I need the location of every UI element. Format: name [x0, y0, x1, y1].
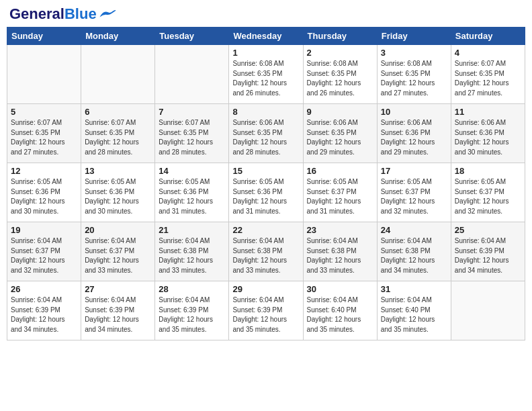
- day-number: 3: [381, 48, 447, 58]
- day-info: Sunrise: 6:07 AM Sunset: 6:35 PM Dayligh…: [455, 59, 521, 98]
- calendar-cell: 12Sunrise: 6:05 AM Sunset: 6:36 PM Dayli…: [7, 163, 81, 222]
- calendar-cell: 19Sunrise: 6:04 AM Sunset: 6:37 PM Dayli…: [7, 222, 81, 281]
- calendar-cell: 21Sunrise: 6:04 AM Sunset: 6:38 PM Dayli…: [155, 222, 229, 281]
- calendar-week-row: 19Sunrise: 6:04 AM Sunset: 6:37 PM Dayli…: [7, 222, 525, 281]
- day-info: Sunrise: 6:04 AM Sunset: 6:39 PM Dayligh…: [85, 295, 151, 334]
- calendar-cell: 17Sunrise: 6:05 AM Sunset: 6:37 PM Dayli…: [377, 163, 451, 222]
- day-number: 2: [307, 48, 373, 58]
- day-number: 17: [381, 166, 447, 176]
- calendar-cell: 13Sunrise: 6:05 AM Sunset: 6:36 PM Dayli…: [81, 163, 155, 222]
- day-info: Sunrise: 6:05 AM Sunset: 6:36 PM Dayligh…: [159, 177, 225, 216]
- day-info: Sunrise: 6:07 AM Sunset: 6:35 PM Dayligh…: [159, 118, 225, 157]
- day-number: 13: [85, 166, 151, 176]
- page-header: GeneralBlue: [7, 7, 525, 21]
- day-info: Sunrise: 6:04 AM Sunset: 6:37 PM Dayligh…: [85, 236, 151, 275]
- calendar-cell: 14Sunrise: 6:05 AM Sunset: 6:36 PM Dayli…: [155, 163, 229, 222]
- calendar-cell: 3Sunrise: 6:08 AM Sunset: 6:35 PM Daylig…: [377, 45, 451, 104]
- day-info: Sunrise: 6:04 AM Sunset: 6:38 PM Dayligh…: [232, 236, 299, 275]
- calendar-cell: 27Sunrise: 6:04 AM Sunset: 6:39 PM Dayli…: [81, 281, 155, 340]
- calendar-cell: 15Sunrise: 6:05 AM Sunset: 6:36 PM Dayli…: [229, 163, 303, 222]
- day-number: 18: [455, 166, 521, 176]
- day-number: 7: [159, 107, 225, 117]
- calendar-cell: 11Sunrise: 6:06 AM Sunset: 6:36 PM Dayli…: [451, 104, 525, 163]
- calendar-cell: 7Sunrise: 6:07 AM Sunset: 6:35 PM Daylig…: [155, 104, 229, 163]
- day-number: 24: [381, 225, 447, 235]
- day-number: 15: [232, 166, 299, 176]
- calendar-week-row: 12Sunrise: 6:05 AM Sunset: 6:36 PM Dayli…: [7, 163, 525, 222]
- calendar-cell: [7, 45, 81, 104]
- weekday-header-cell: Saturday: [451, 28, 525, 45]
- day-info: Sunrise: 6:04 AM Sunset: 6:38 PM Dayligh…: [307, 236, 373, 275]
- calendar-cell: 26Sunrise: 6:04 AM Sunset: 6:39 PM Dayli…: [7, 281, 81, 340]
- weekday-header-cell: Tuesday: [155, 28, 229, 45]
- day-info: Sunrise: 6:04 AM Sunset: 6:39 PM Dayligh…: [11, 295, 77, 334]
- day-info: Sunrise: 6:05 AM Sunset: 6:37 PM Dayligh…: [381, 177, 447, 216]
- day-info: Sunrise: 6:04 AM Sunset: 6:38 PM Dayligh…: [159, 236, 225, 275]
- day-number: 11: [455, 107, 521, 117]
- day-info: Sunrise: 6:08 AM Sunset: 6:35 PM Dayligh…: [381, 59, 447, 98]
- calendar-cell: [81, 45, 155, 104]
- calendar-cell: 1Sunrise: 6:08 AM Sunset: 6:35 PM Daylig…: [229, 45, 303, 104]
- day-info: Sunrise: 6:04 AM Sunset: 6:40 PM Dayligh…: [307, 295, 373, 334]
- calendar-cell: 2Sunrise: 6:08 AM Sunset: 6:35 PM Daylig…: [303, 45, 377, 104]
- calendar-cell: 8Sunrise: 6:06 AM Sunset: 6:35 PM Daylig…: [229, 104, 303, 163]
- day-number: 30: [307, 284, 373, 294]
- day-number: 8: [232, 107, 299, 117]
- day-number: 9: [307, 107, 373, 117]
- day-info: Sunrise: 6:07 AM Sunset: 6:35 PM Dayligh…: [11, 118, 77, 157]
- calendar-body: 1Sunrise: 6:08 AM Sunset: 6:35 PM Daylig…: [7, 45, 525, 340]
- day-number: 5: [11, 107, 77, 117]
- calendar-cell: 16Sunrise: 6:05 AM Sunset: 6:37 PM Dayli…: [303, 163, 377, 222]
- day-number: 21: [159, 225, 225, 235]
- weekday-header-row: SundayMondayTuesdayWednesdayThursdayFrid…: [7, 28, 525, 45]
- day-number: 19: [11, 225, 77, 235]
- calendar-cell: 18Sunrise: 6:05 AM Sunset: 6:37 PM Dayli…: [451, 163, 525, 222]
- day-number: 25: [455, 225, 521, 235]
- logo: GeneralBlue: [9, 7, 117, 21]
- day-number: 1: [232, 48, 299, 58]
- calendar-cell: [451, 281, 525, 340]
- calendar-cell: 24Sunrise: 6:04 AM Sunset: 6:38 PM Dayli…: [377, 222, 451, 281]
- day-info: Sunrise: 6:08 AM Sunset: 6:35 PM Dayligh…: [307, 59, 373, 98]
- logo-text: GeneralBlue: [9, 7, 97, 21]
- weekday-header-cell: Wednesday: [229, 28, 303, 45]
- day-info: Sunrise: 6:04 AM Sunset: 6:39 PM Dayligh…: [455, 236, 521, 275]
- calendar-cell: [155, 45, 229, 104]
- day-number: 23: [307, 225, 373, 235]
- calendar-cell: 30Sunrise: 6:04 AM Sunset: 6:40 PM Dayli…: [303, 281, 377, 340]
- calendar-cell: 4Sunrise: 6:07 AM Sunset: 6:35 PM Daylig…: [451, 45, 525, 104]
- day-info: Sunrise: 6:04 AM Sunset: 6:39 PM Dayligh…: [232, 295, 299, 334]
- calendar-cell: 29Sunrise: 6:04 AM Sunset: 6:39 PM Dayli…: [229, 281, 303, 340]
- day-info: Sunrise: 6:08 AM Sunset: 6:35 PM Dayligh…: [232, 59, 299, 98]
- calendar-week-row: 5Sunrise: 6:07 AM Sunset: 6:35 PM Daylig…: [7, 104, 525, 163]
- day-number: 6: [85, 107, 151, 117]
- day-info: Sunrise: 6:04 AM Sunset: 6:37 PM Dayligh…: [11, 236, 77, 275]
- calendar-cell: 9Sunrise: 6:06 AM Sunset: 6:35 PM Daylig…: [303, 104, 377, 163]
- logo-bird-icon: [98, 9, 117, 19]
- weekday-header-cell: Friday: [377, 28, 451, 45]
- day-info: Sunrise: 6:06 AM Sunset: 6:36 PM Dayligh…: [455, 118, 521, 157]
- day-number: 4: [455, 48, 521, 58]
- day-info: Sunrise: 6:05 AM Sunset: 6:36 PM Dayligh…: [11, 177, 77, 216]
- day-number: 31: [381, 284, 447, 294]
- day-number: 26: [11, 284, 77, 294]
- day-number: 28: [159, 284, 225, 294]
- day-number: 16: [307, 166, 373, 176]
- day-number: 10: [381, 107, 447, 117]
- day-info: Sunrise: 6:06 AM Sunset: 6:35 PM Dayligh…: [307, 118, 373, 157]
- day-info: Sunrise: 6:05 AM Sunset: 6:36 PM Dayligh…: [85, 177, 151, 216]
- day-number: 29: [232, 284, 299, 294]
- calendar-cell: 6Sunrise: 6:07 AM Sunset: 6:35 PM Daylig…: [81, 104, 155, 163]
- weekday-header-cell: Monday: [81, 28, 155, 45]
- calendar-cell: 22Sunrise: 6:04 AM Sunset: 6:38 PM Dayli…: [229, 222, 303, 281]
- calendar-cell: 25Sunrise: 6:04 AM Sunset: 6:39 PM Dayli…: [451, 222, 525, 281]
- calendar-cell: 31Sunrise: 6:04 AM Sunset: 6:40 PM Dayli…: [377, 281, 451, 340]
- weekday-header-cell: Thursday: [303, 28, 377, 45]
- calendar-table: SundayMondayTuesdayWednesdayThursdayFrid…: [7, 27, 525, 340]
- calendar-cell: 28Sunrise: 6:04 AM Sunset: 6:39 PM Dayli…: [155, 281, 229, 340]
- day-info: Sunrise: 6:04 AM Sunset: 6:38 PM Dayligh…: [381, 236, 447, 275]
- day-info: Sunrise: 6:05 AM Sunset: 6:36 PM Dayligh…: [232, 177, 299, 216]
- day-number: 14: [159, 166, 225, 176]
- day-info: Sunrise: 6:05 AM Sunset: 6:37 PM Dayligh…: [307, 177, 373, 216]
- day-number: 12: [11, 166, 77, 176]
